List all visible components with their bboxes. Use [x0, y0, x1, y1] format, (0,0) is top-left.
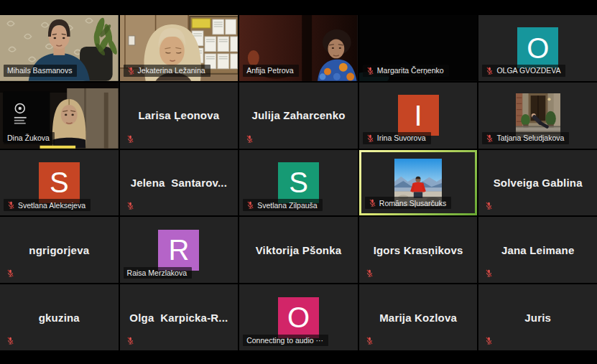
participant-name-label: Irina Suvorova — [377, 134, 426, 142]
muted-mic-icon — [246, 135, 254, 143]
name-label — [363, 268, 374, 279]
participant-grid: Mihails Basmanovs Jekaterina Ležanina — [0, 15, 597, 350]
muted-mic-icon — [366, 67, 374, 75]
muted-mic-icon — [6, 337, 14, 345]
name-label — [4, 335, 14, 346]
participant-name-label: Margarita Čerņenko — [377, 67, 444, 75]
name-label: OLGA GVOZDEVA — [482, 65, 565, 77]
muted-mic-icon — [6, 269, 14, 277]
participant-name-label: Svetlana Zilpauša — [257, 202, 317, 210]
video-area: Julija Zaharcenko — [239, 83, 358, 149]
participant-name-label: Raisa Merzlakova — [127, 269, 187, 277]
muted-mic-icon — [126, 337, 134, 345]
participant-tile[interactable]: S Svetlana Zilpauša — [239, 150, 358, 216]
muted-mic-icon — [7, 201, 15, 209]
avatar: O — [278, 297, 319, 338]
name-label — [4, 268, 14, 279]
name-label: Irina Suvorova — [363, 132, 431, 144]
participant-tile[interactable]: O Connecting to audio ··· — [239, 284, 358, 350]
video-area: Olga Karpicka-R... — [120, 284, 239, 350]
participant-tile[interactable]: Olga Karpicka-R... — [120, 284, 239, 350]
participant-tile[interactable]: Julija Zaharcenko — [239, 83, 358, 149]
participant-tile[interactable]: R Raisa Merzlakova — [120, 217, 239, 283]
participant-name: Jana Leimane — [499, 244, 578, 256]
participant-tile[interactable]: Solveiga Gablina — [478, 150, 597, 216]
participant-name: Juris — [522, 312, 554, 324]
muted-mic-icon — [366, 337, 374, 345]
muted-mic-icon — [485, 202, 493, 210]
name-label — [124, 200, 134, 211]
participant-name-label: Tatjana Seludjakova — [496, 134, 564, 142]
participant-name-label: Connecting to audio ··· — [246, 337, 323, 345]
name-label — [243, 134, 254, 144]
avatar: S — [278, 162, 319, 203]
video-area: Larisa Ļeonova — [120, 83, 239, 149]
name-label — [363, 335, 374, 346]
participant-tile[interactable]: Marija Kozlova — [359, 284, 478, 350]
participant-tile[interactable]: ngrigorjeva — [0, 217, 119, 283]
participant-name-label: Jekaterina Ležanina — [138, 67, 205, 75]
avatar: R — [158, 230, 199, 271]
video-area: gkuzina — [0, 284, 119, 350]
name-label: Dina Žukova — [4, 132, 55, 144]
participant-tile[interactable]: Tatjana Seludjakova — [478, 83, 597, 149]
participant-tile[interactable]: Romāns Sļusarčuks — [359, 150, 478, 216]
muted-mic-icon — [486, 134, 494, 142]
participant-name: Jelena Santarov... — [128, 177, 230, 189]
participant-name: Solveiga Gablina — [491, 177, 586, 189]
participant-name-label: Anfija Petrova — [246, 67, 293, 75]
participant-tile[interactable]: Juris — [478, 284, 597, 350]
video-area: ngrigorjeva — [0, 217, 119, 283]
participant-name: ngrigorjeva — [26, 244, 92, 256]
participant-name: gkuzina — [36, 312, 83, 324]
muted-mic-icon — [127, 67, 135, 75]
participant-tile[interactable]: Margarita Čerņenko — [359, 15, 478, 81]
participant-tile[interactable]: Jekaterina Ležanina — [120, 15, 239, 81]
participant-tile[interactable]: O OLGA GVOZDEVA — [478, 15, 597, 81]
participant-tile[interactable]: S Svetlana Aleksejeva — [0, 150, 119, 216]
name-label: Romāns Sļusarčuks — [365, 197, 451, 209]
participant-tile[interactable]: Viktorija Pšonka — [239, 217, 358, 283]
participant-tile[interactable]: Mihails Basmanovs — [0, 15, 119, 81]
muted-mic-icon — [126, 135, 134, 143]
video-area: Solveiga Gablina — [478, 150, 597, 216]
name-label — [124, 134, 134, 144]
name-label: Svetlana Zilpauša — [243, 199, 322, 211]
muted-mic-icon — [126, 202, 134, 210]
muted-mic-icon — [485, 269, 493, 277]
video-area: Igors Krasņikovs — [359, 217, 478, 283]
participant-name: Larisa Ļeonova — [135, 109, 222, 121]
name-label — [482, 335, 493, 346]
participant-name: Igors Krasņikovs — [371, 244, 466, 256]
name-label: Raisa Merzlakova — [124, 267, 192, 279]
muted-mic-icon — [366, 269, 374, 277]
avatar: S — [39, 162, 80, 203]
participant-name: Olga Karpicka-R... — [126, 312, 231, 324]
video-area: Juris — [478, 284, 597, 350]
participant-tile[interactable]: Dina Žukova — [0, 83, 119, 149]
name-label: Margarita Čerņenko — [363, 65, 449, 77]
avatar: O — [517, 27, 558, 68]
participant-tile[interactable]: Anfija Petrova — [239, 15, 358, 81]
muted-mic-icon — [486, 67, 494, 75]
participant-name: Viktorija Pšonka — [253, 244, 345, 256]
participant-tile[interactable]: Larisa Ļeonova — [120, 83, 239, 149]
name-label: Mihails Basmanovs — [4, 65, 77, 77]
participant-tile[interactable]: I Irina Suvorova — [359, 83, 478, 149]
participant-tile[interactable]: Igors Krasņikovs — [359, 217, 478, 283]
name-label: Connecting to audio ··· — [243, 335, 328, 347]
participant-tile[interactable]: gkuzina — [0, 284, 119, 350]
name-label: Tatjana Seludjakova — [482, 132, 569, 144]
participant-name-label: Dina Žukova — [7, 134, 50, 142]
participant-name: Julija Zaharcenko — [249, 109, 348, 121]
name-label: Svetlana Aleksejeva — [4, 199, 91, 211]
top-letterbox — [0, 0, 597, 15]
participant-name-label: Mihails Basmanovs — [7, 67, 72, 75]
participant-tile[interactable]: Jana Leimane — [478, 217, 597, 283]
participant-name-label: OLGA GVOZDEVA — [496, 67, 560, 75]
participant-tile[interactable]: Jelena Santarov... — [120, 150, 239, 216]
name-label — [482, 200, 493, 211]
video-feed — [516, 93, 560, 138]
name-label: Jekaterina Ležanina — [124, 65, 210, 77]
participant-name: Marija Kozlova — [376, 312, 460, 324]
